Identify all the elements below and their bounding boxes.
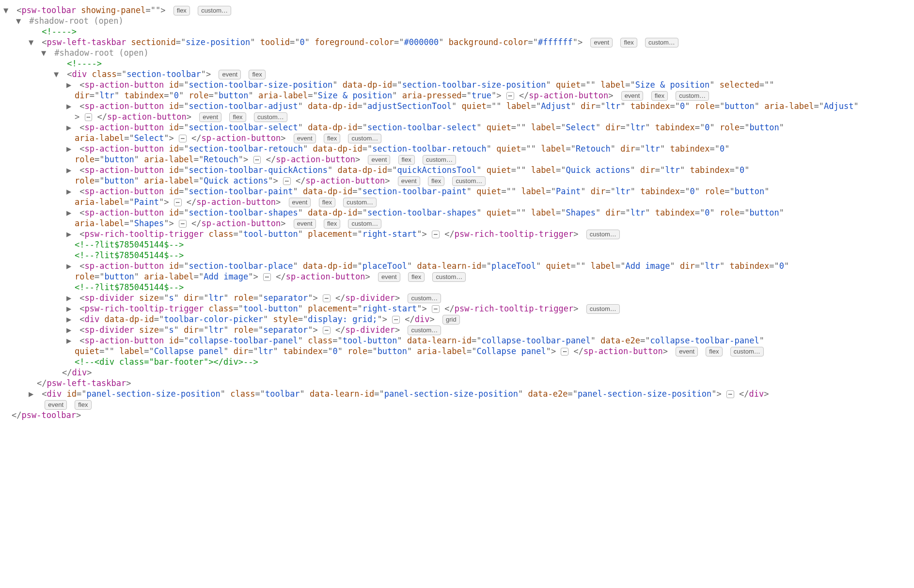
event-badge[interactable]: event xyxy=(199,112,221,122)
tree-row-cont: aria-label="Paint"> ⋯ </sp-action-button… xyxy=(3,197,911,207)
event-badge[interactable]: event xyxy=(368,155,390,165)
node-panel-section[interactable]: ▶ <div id="panel-section-size-position" … xyxy=(3,388,911,399)
node-tooltip-trigger[interactable]: ▶ <psw-rich-tooltip-trigger class="tool-… xyxy=(3,229,911,239)
ellipsis-button[interactable]: ⋯ xyxy=(85,113,93,121)
expand-icon[interactable]: ▶ xyxy=(66,165,72,175)
ellipsis-button[interactable]: ⋯ xyxy=(506,92,514,100)
custom-badge[interactable]: custom… xyxy=(423,155,456,165)
node-sp-divider[interactable]: ▶ <sp-divider size="s" dir="ltr" role="s… xyxy=(3,325,911,335)
expand-icon[interactable]: ▶ xyxy=(66,186,72,197)
ellipsis-button[interactable]: ⋯ xyxy=(263,273,271,281)
node-sp-action-button[interactable]: ▶ <sp-action-button id="section-toolbar-… xyxy=(3,143,911,154)
flex-badge[interactable]: flex xyxy=(408,272,425,282)
custom-badge[interactable]: custom… xyxy=(452,176,486,186)
ellipsis-button[interactable]: ⋯ xyxy=(179,135,187,142)
expand-icon[interactable]: ▶ xyxy=(66,303,72,314)
expand-icon[interactable]: ▶ xyxy=(66,207,72,218)
ellipsis-button[interactable]: ⋯ xyxy=(432,231,440,238)
flex-badge[interactable]: flex xyxy=(398,155,415,165)
expand-icon[interactable]: ▶ xyxy=(66,314,72,325)
event-badge[interactable]: event xyxy=(294,219,316,229)
node-sp-action-button[interactable]: ▶ <sp-action-button id="section-toolbar-… xyxy=(3,122,911,133)
custom-badge[interactable]: custom… xyxy=(254,112,287,122)
grid-badge[interactable]: grid xyxy=(442,315,460,325)
event-badge[interactable]: event xyxy=(676,347,698,356)
node-sp-action-button[interactable]: ▶ <sp-action-button id="section-toolbar-… xyxy=(3,207,911,218)
ellipsis-button[interactable]: ⋯ xyxy=(392,316,400,324)
expand-icon[interactable]: ▶ xyxy=(66,79,72,90)
node-sp-action-button[interactable]: ▶ <sp-action-button id="section-toolbar-… xyxy=(3,165,911,175)
expand-icon[interactable]: ▶ xyxy=(66,335,72,346)
node-color-picker[interactable]: ▶ <div data-dp-id="toolbar-color-picker"… xyxy=(3,314,911,325)
bar-footer-comment: <!--<div class="bar-footer"></div>--> xyxy=(3,356,911,367)
event-badge[interactable]: event xyxy=(398,176,420,186)
flex-badge[interactable]: flex xyxy=(173,6,190,15)
event-badge[interactable]: event xyxy=(289,198,311,207)
custom-badge[interactable]: custom… xyxy=(586,230,620,239)
node-tooltip-trigger[interactable]: ▶ <psw-rich-tooltip-trigger class="tool-… xyxy=(3,303,911,314)
shadow-root[interactable]: ▼ #shadow-root (open) xyxy=(3,15,911,26)
node-sp-action-button[interactable]: ▶ <sp-action-button id="section-toolbar-… xyxy=(3,186,911,197)
ellipsis-button[interactable]: ⋯ xyxy=(561,348,568,356)
expand-icon[interactable]: ▼ xyxy=(28,37,34,47)
flex-badge[interactable]: flex xyxy=(651,91,668,101)
custom-badge[interactable]: custom… xyxy=(676,91,709,101)
flex-badge[interactable]: flex xyxy=(324,219,340,229)
custom-badge[interactable]: custom… xyxy=(343,198,377,207)
ellipsis-button[interactable]: ⋯ xyxy=(323,294,331,302)
close-tag: ▶</psw-toolbar> xyxy=(3,410,911,420)
expand-icon[interactable]: ▶ xyxy=(66,261,72,271)
node-sp-action-button[interactable]: ▶ <sp-action-button id="section-toolbar-… xyxy=(3,79,911,90)
custom-badge[interactable]: custom… xyxy=(348,219,381,229)
custom-badge[interactable]: custom… xyxy=(348,134,381,143)
node-collapse-button[interactable]: ▶ <sp-action-button id="collapse-toolbar… xyxy=(3,335,911,346)
tree-row-cont: dir="ltr" tabindex="0" role="button" ari… xyxy=(3,90,911,101)
node-sp-action-button[interactable]: ▶ <sp-action-button id="section-toolbar-… xyxy=(3,101,911,111)
flex-badge[interactable]: flex xyxy=(620,38,637,47)
node-psw-toolbar[interactable]: ▼ <psw-toolbar showing-panel=""> flex cu… xyxy=(3,5,911,15)
flex-badge[interactable]: flex xyxy=(75,400,91,410)
ellipsis-button[interactable]: ⋯ xyxy=(179,220,187,228)
event-badge[interactable]: event xyxy=(621,91,644,101)
event-badge[interactable]: event xyxy=(294,134,316,143)
ellipsis-button[interactable]: ⋯ xyxy=(726,390,734,398)
event-badge[interactable]: event xyxy=(219,70,241,79)
node-section-toolbar[interactable]: ▼ <div class="section-toolbar"> event fl… xyxy=(3,69,911,79)
ellipsis-button[interactable]: ⋯ xyxy=(323,326,331,334)
expand-icon[interactable]: ▶ xyxy=(66,143,72,154)
flex-badge[interactable]: flex xyxy=(706,347,722,356)
expand-icon[interactable]: ▶ xyxy=(66,229,72,239)
flex-badge[interactable]: flex xyxy=(319,198,335,207)
expand-icon[interactable]: ▶ xyxy=(66,293,72,303)
node-sp-divider[interactable]: ▶ <sp-divider size="s" dir="ltr" role="s… xyxy=(3,293,911,303)
custom-badge[interactable]: custom… xyxy=(408,325,441,335)
ellipsis-button[interactable]: ⋯ xyxy=(174,199,182,206)
expand-icon[interactable]: ▼ xyxy=(41,47,47,58)
flex-badge[interactable]: flex xyxy=(428,176,444,186)
ellipsis-button[interactable]: ⋯ xyxy=(253,156,261,164)
expand-icon[interactable]: ▼ xyxy=(16,15,21,26)
node-sp-action-button[interactable]: ▶ <sp-action-button id="section-toolbar-… xyxy=(3,261,911,271)
event-badge[interactable]: event xyxy=(45,400,67,410)
custom-badge[interactable]: custom… xyxy=(432,272,466,282)
event-badge[interactable]: event xyxy=(378,272,400,282)
expand-icon[interactable]: ▼ xyxy=(3,5,9,15)
shadow-root[interactable]: ▼ #shadow-root (open) xyxy=(3,47,911,58)
expand-icon[interactable]: ▶ xyxy=(66,101,72,111)
expand-icon[interactable]: ▼ xyxy=(53,69,59,79)
ellipsis-button[interactable]: ⋯ xyxy=(432,305,440,313)
custom-badge[interactable]: custom… xyxy=(645,38,678,47)
expand-icon[interactable]: ▶ xyxy=(66,122,72,133)
custom-badge[interactable]: custom… xyxy=(198,6,231,15)
flex-badge[interactable]: flex xyxy=(249,70,265,79)
flex-badge[interactable]: flex xyxy=(229,112,246,122)
custom-badge[interactable]: custom… xyxy=(408,294,441,303)
flex-badge[interactable]: flex xyxy=(324,134,340,143)
event-badge[interactable]: event xyxy=(590,38,613,47)
node-psw-left-taskbar[interactable]: ▼ <psw-left-taskbar sectionid="size-posi… xyxy=(3,37,911,47)
custom-badge[interactable]: custom… xyxy=(730,347,764,356)
expand-icon[interactable]: ▶ xyxy=(28,388,34,399)
ellipsis-button[interactable]: ⋯ xyxy=(283,177,291,185)
expand-icon[interactable]: ▶ xyxy=(66,325,72,335)
custom-badge[interactable]: custom… xyxy=(586,304,620,314)
